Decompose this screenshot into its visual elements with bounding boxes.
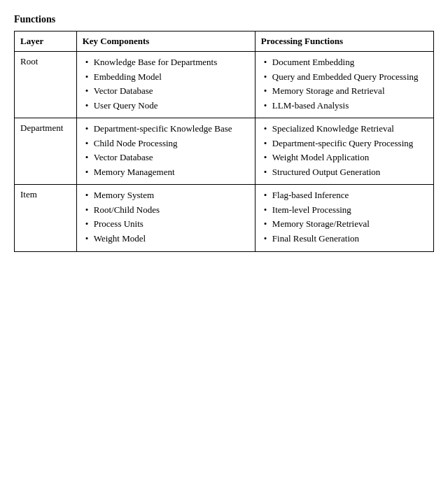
- list-item: Embedding Model: [83, 71, 249, 83]
- list-item: User Query Node: [83, 99, 249, 112]
- components-cell-0: Knowledge Base for DepartmentsEmbedding …: [76, 52, 255, 118]
- header-layer: Layer: [15, 31, 77, 52]
- header-functions: Processing Functions: [255, 31, 433, 52]
- functions-cell-2: Flag-based InferenceItem-level Processin…: [255, 185, 433, 251]
- list-item: Knowledge Base for Departments: [83, 56, 249, 69]
- page-title: Functions: [14, 14, 434, 25]
- components-cell-2: Memory SystemRoot/Child NodesProcess Uni…: [76, 185, 255, 251]
- list-item: Flag-based Inference: [261, 189, 428, 202]
- functions-cell-1: Specialized Knowledge RetrievalDepartmen…: [255, 118, 433, 185]
- list-item: Process Units: [83, 218, 249, 230]
- list-item: Structured Output Generation: [261, 166, 428, 178]
- functions-cell-0: Document EmbeddingQuery and Embedded Que…: [255, 52, 433, 118]
- list-item: Department-specific Query Processing: [261, 137, 428, 150]
- layer-cell-2: Item: [15, 185, 77, 251]
- main-table: Layer Key Components Processing Function…: [14, 31, 434, 252]
- list-item: Memory Storage and Retrieval: [261, 85, 428, 97]
- header-components: Key Components: [76, 31, 255, 52]
- list-item: Item-level Processing: [261, 204, 428, 216]
- list-item: Vector Database: [83, 85, 249, 97]
- list-item: Root/Child Nodes: [83, 204, 249, 216]
- layer-cell-0: Root: [15, 52, 77, 118]
- list-item: Weight Model Application: [261, 151, 428, 164]
- list-item: Weight Model: [83, 232, 249, 245]
- components-cell-1: Department-specific Knowledge BaseChild …: [76, 118, 255, 185]
- list-item: Child Node Processing: [83, 137, 249, 150]
- layer-cell-1: Department: [15, 118, 77, 185]
- list-item: Memory System: [83, 189, 249, 202]
- list-item: Specialized Knowledge Retrieval: [261, 122, 428, 135]
- list-item: Vector Database: [83, 151, 249, 164]
- list-item: Query and Embedded Query Processing: [261, 71, 428, 83]
- list-item: Document Embedding: [261, 56, 428, 69]
- list-item: LLM-based Analysis: [261, 99, 428, 112]
- list-item: Department-specific Knowledge Base: [83, 122, 249, 135]
- list-item: Memory Management: [83, 166, 249, 178]
- list-item: Memory Storage/Retrieval: [261, 218, 428, 230]
- list-item: Final Result Generation: [261, 232, 428, 245]
